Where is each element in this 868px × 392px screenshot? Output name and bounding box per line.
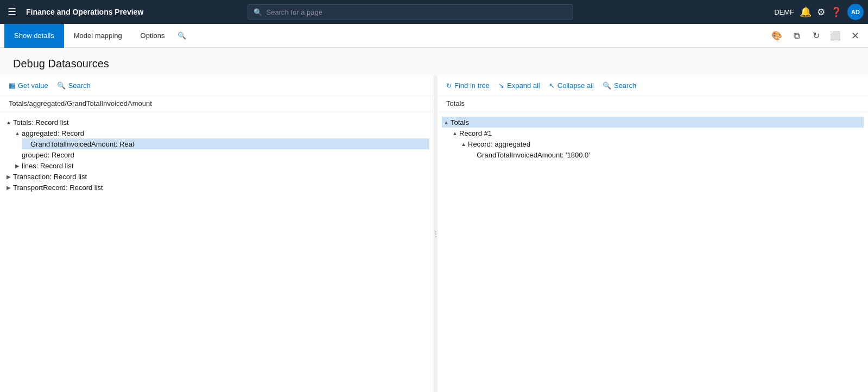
toolbar-search-icon[interactable]: 🔍 <box>173 24 191 48</box>
help-icon[interactable]: ❓ <box>831 7 842 18</box>
tree-label-aggregated: aggregated: Record <box>22 129 84 137</box>
expand-arrow-aggregated[interactable] <box>13 129 22 137</box>
right-expand-arrow-record1[interactable] <box>451 129 459 137</box>
expand-arrow-transportrecord[interactable] <box>4 183 13 192</box>
tree-label-grandtotal: GrandTotalInvoicedAmount: Real <box>30 140 134 148</box>
expand-arrow-totals[interactable] <box>4 118 13 127</box>
tree-row-totals[interactable]: Totals: Record list <box>4 117 429 128</box>
tree-label-transaction: Transaction: Record list <box>13 173 87 181</box>
right-tree-row-record1[interactable]: Record #1 <box>451 128 864 138</box>
get-value-button[interactable]: ▦ Get value <box>9 81 48 90</box>
right-search-icon: 🔍 <box>603 81 611 90</box>
left-search-icon: 🔍 <box>57 81 66 90</box>
tab-options[interactable]: Options <box>132 24 174 48</box>
compare-icon[interactable]: ⧉ <box>788 27 805 45</box>
expand-all-icon: ↘ <box>498 81 504 90</box>
tree-row-transportrecord[interactable]: TransportRecord: Record list <box>4 182 429 193</box>
right-tree-label-raggregated: Record: aggregated <box>468 140 530 148</box>
right-toolbar: ↻ Find in tree ↘ Expand all ↖ Collapse a… <box>438 75 868 96</box>
right-tree-row-totals[interactable]: Totals <box>442 117 864 128</box>
left-search-button[interactable]: 🔍 Search <box>57 81 91 90</box>
expand-all-button[interactable]: ↘ Expand all <box>498 81 540 90</box>
refresh-icon[interactable]: ↻ <box>807 27 825 45</box>
right-path-bar: Totals <box>438 96 868 112</box>
user-label: DEMF <box>774 8 794 16</box>
search-icon: 🔍 <box>254 8 262 16</box>
close-button[interactable]: ✕ <box>846 27 864 45</box>
palette-icon[interactable]: 🎨 <box>768 27 785 45</box>
tree-row-lines[interactable]: lines: Record list <box>13 160 429 171</box>
user-avatar[interactable]: AD <box>847 4 864 20</box>
right-expand-arrow-raggregated[interactable] <box>459 140 468 148</box>
left-tree-area[interactable]: Totals: Record list aggregated: Record G… <box>0 112 434 392</box>
right-tree-row-raggregated[interactable]: Record: aggregated <box>459 138 864 149</box>
tree-row-grandtotal[interactable]: GrandTotalInvoicedAmount: Real <box>22 138 429 149</box>
right-search-button[interactable]: 🔍 Search <box>603 81 636 90</box>
find-in-tree-button[interactable]: ↻ Find in tree <box>446 81 490 90</box>
top-right-icons: DEMF 🔔 ⚙ ❓ AD <box>774 4 864 20</box>
page-title: Debug Datasources <box>0 48 868 75</box>
notification-icon[interactable]: 🔔 <box>800 6 812 18</box>
right-tree-area[interactable]: Totals Record #1 Record: aggregated Gran… <box>438 112 868 392</box>
tree-label-grouped: grouped: Record <box>22 151 74 159</box>
settings-icon[interactable]: ⚙ <box>817 7 825 18</box>
global-search-bar[interactable]: 🔍 <box>248 4 573 20</box>
right-tree-label-rgrandtotal: GrandTotalInvoicedAmount: '1800.0' <box>477 151 590 159</box>
collapse-all-button[interactable]: ↖ Collapse all <box>549 81 594 90</box>
expand-arrow-lines[interactable] <box>13 161 22 170</box>
right-tree-row-rgrandtotal[interactable]: GrandTotalInvoicedAmount: '1800.0' <box>468 149 864 160</box>
leaf-icon-grandtotal <box>22 140 30 148</box>
global-search-input[interactable] <box>267 8 567 16</box>
left-toolbar: ▦ Get value 🔍 Search <box>0 75 434 96</box>
tree-label-transportrecord: TransportRecord: Record list <box>13 184 103 192</box>
top-navigation-bar: ☰ Finance and Operations Preview 🔍 DEMF … <box>0 0 868 24</box>
expand-arrow-transaction[interactable] <box>4 172 13 181</box>
right-tree-label-totals: Totals <box>451 118 469 127</box>
tree-row-transaction[interactable]: Transaction: Record list <box>4 171 429 182</box>
right-tree-label-record1: Record #1 <box>459 129 492 137</box>
left-pane: ▦ Get value 🔍 Search Totals/aggregated/G… <box>0 75 434 392</box>
toolbar-right-icons: 🎨 ⧉ ↻ ⬜ ✕ <box>768 27 864 45</box>
tree-row-grouped[interactable]: grouped: Record <box>13 149 429 160</box>
find-in-tree-icon: ↻ <box>446 82 452 90</box>
tree-label-totals: Totals: Record list <box>13 118 69 127</box>
tree-label-lines: lines: Record list <box>22 162 73 170</box>
tree-row-aggregated[interactable]: aggregated: Record <box>13 128 429 138</box>
collapse-all-icon: ↖ <box>549 81 555 90</box>
right-expand-arrow-totals[interactable] <box>442 118 451 127</box>
split-panes: ▦ Get value 🔍 Search Totals/aggregated/G… <box>0 75 868 392</box>
right-pane: ↻ Find in tree ↘ Expand all ↖ Collapse a… <box>438 75 868 392</box>
get-value-icon: ▦ <box>9 81 15 90</box>
popout-icon[interactable]: ⬜ <box>827 27 844 45</box>
tab-model-mapping[interactable]: Model mapping <box>64 24 132 48</box>
app-title: Finance and Operations Preview <box>26 8 143 16</box>
hamburger-menu-icon[interactable]: ☰ <box>4 4 20 20</box>
right-leaf-icon-rgrandtotal <box>468 150 477 159</box>
main-content: Debug Datasources ▦ Get value 🔍 Search T… <box>0 48 868 392</box>
main-toolbar: Show details Model mapping Options 🔍 🎨 ⧉… <box>0 24 868 48</box>
path-bar: Totals/aggregated/GrandTotalInvoicedAmou… <box>0 96 434 112</box>
leaf-icon-grouped <box>13 150 22 159</box>
tab-show-details[interactable]: Show details <box>4 24 64 48</box>
